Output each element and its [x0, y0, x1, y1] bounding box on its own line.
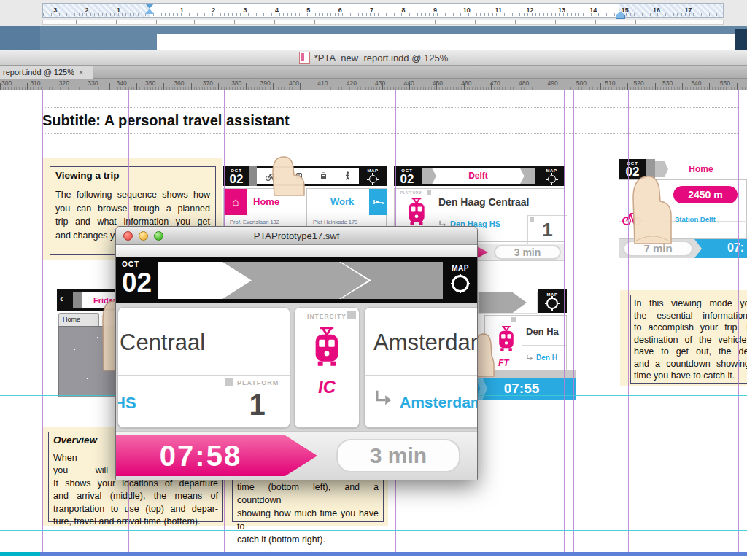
zoom-button[interactable]: [154, 231, 163, 241]
text-line: time you have to catch it.: [634, 370, 747, 382]
map-target-icon: [546, 298, 558, 309]
arrival-card[interactable]: Amsterdam Amsterdam: [364, 307, 477, 428]
ruler-number: 2: [71, 4, 102, 18]
ruler-number: 430: [374, 79, 402, 88]
ruler-number: 5: [293, 4, 324, 18]
text-line: the essential information you: [634, 310, 747, 322]
platform-label: PLATFORM: [237, 379, 279, 386]
screen-e-map-button[interactable]: MAP: [538, 289, 567, 313]
mode-card[interactable]: INTERCITY IC: [294, 307, 360, 428]
ruler-number: 8: [387, 4, 419, 18]
bar-spacer: [249, 166, 257, 186]
tram-icon-pink: [405, 196, 428, 230]
ruler-number: 14: [578, 4, 609, 18]
screen-b-platform-cell: 1: [527, 215, 567, 244]
text-line: time (bottom left), and a countdown: [237, 481, 379, 507]
departure-card[interactable]: Centraal HS PLATFORM 1: [117, 307, 290, 428]
home-icon: ⌂: [224, 189, 247, 215]
screen-b-station: Den Haag Centraal: [438, 196, 529, 208]
ruler-number: 320: [58, 79, 86, 88]
screen-c-station: Station Delft: [675, 215, 716, 223]
tab-stop-strip: [42, 20, 724, 25]
work-icon: [369, 189, 387, 215]
ruler-number: 1: [103, 4, 134, 18]
arrival-next: Amsterdam: [400, 394, 477, 411]
ruler-numbers: 3211234567891011121314151617: [39, 4, 704, 18]
ruler-number: 470: [489, 79, 517, 88]
ruler-number: 360: [172, 79, 201, 88]
departure-code: HS: [117, 394, 136, 413]
countdown-pill[interactable]: 3 min: [336, 439, 460, 472]
tram-icon[interactable]: [320, 172, 327, 181]
page-edge-teal: [0, 552, 40, 556]
ruler-number: 440: [402, 79, 430, 88]
screen-d-home-tab[interactable]: Home: [58, 313, 99, 326]
ruler-number: 310: [28, 79, 57, 88]
ruler-number: 490: [546, 79, 574, 88]
text-line: ture, travel and arrival time (bottem).: [53, 516, 218, 528]
document-tab[interactable]: report.indd @ 125% ×: [0, 66, 93, 79]
screen-a-date: OCT02: [223, 166, 249, 186]
guide-vertical: [564, 90, 565, 552]
screen-e-trip-card[interactable]: FT Den Ha Den H: [484, 315, 567, 376]
ruler-number: 6: [325, 4, 356, 18]
screen-b-date: OCT02: [394, 166, 420, 186]
work-label: Work: [330, 196, 354, 207]
departure-station: Centraal: [120, 330, 205, 356]
page-edge-blue: [40, 552, 747, 556]
swf-player-window[interactable]: PTAPrototype17.swf OCT02 MAP Centraal HS: [115, 226, 478, 480]
indesign-titlebar[interactable]: *PTA_new_report.indd @ 125%: [0, 50, 747, 66]
screen-a-map-button[interactable]: MAP: [359, 166, 387, 186]
text-line: showing how much time you have to: [237, 507, 379, 533]
ruler-number: 480: [517, 79, 546, 88]
tram-icon-pink: [309, 324, 344, 373]
window-controls: [123, 231, 163, 241]
guide-horizontal: [0, 158, 747, 158]
departure-time: 07:58: [116, 435, 285, 476]
ruler-number: 16: [640, 4, 672, 18]
screen-b-countdown-pill[interactable]: 3 min: [494, 245, 561, 260]
mode-box: In this viewing mode you hathe essential…: [630, 295, 747, 384]
ruler-number: 460: [460, 79, 488, 88]
desk-shadow-left: [0, 26, 40, 50]
screen-e-chevron-strip: [478, 292, 538, 314]
guide-vertical: [628, 90, 629, 552]
ruler-number: 1: [166, 4, 198, 18]
ruler-number: 350: [144, 79, 172, 88]
text-line: In this viewing mode you ha: [634, 298, 747, 310]
player-date: OCT02: [122, 261, 152, 296]
back-chevron-icon[interactable]: ‹: [60, 292, 63, 304]
screen-b-title: Delft: [422, 168, 535, 184]
ruler-number: 510: [603, 79, 632, 88]
arrival-station: Amsterdam: [374, 330, 477, 356]
text-line: and arrival (middle), the means of: [53, 490, 218, 502]
swf-window-titlebar[interactable]: PTAPrototype17.swf: [116, 227, 477, 245]
indent-marker[interactable]: [145, 4, 154, 17]
tab-close-icon[interactable]: ×: [79, 68, 83, 77]
ruler-number: 530: [661, 79, 689, 88]
text-line: catch it (bottom right).: [237, 533, 379, 546]
mode-code: IC: [295, 377, 359, 397]
screen-e-next-stop: Den H: [526, 354, 557, 362]
screen-e-station: Den Ha: [526, 326, 559, 337]
guide-vertical: [42, 90, 43, 552]
player-map-button[interactable]: MAP: [444, 257, 477, 303]
branch-arrow-icon: [526, 354, 533, 362]
ruler-number: 450: [431, 79, 460, 88]
pedestrian-icon[interactable]: [345, 171, 350, 181]
indesign-doc-icon: [299, 52, 310, 64]
ruler-number: 540: [689, 79, 718, 88]
screen-b-map-button[interactable]: MAP: [538, 166, 565, 186]
player-bottom-bar: 07:58 3 min: [116, 431, 477, 480]
home-label: Home: [253, 196, 279, 207]
close-button[interactable]: [123, 231, 133, 241]
minimize-button[interactable]: [139, 231, 148, 241]
page-subtitle: Subtitle: A personal travel assistant: [42, 108, 740, 133]
departure-time-banner[interactable]: 07:58: [116, 435, 317, 476]
distance-pill: 2450 m: [673, 186, 738, 203]
player-topbar: OCT02 MAP: [116, 257, 477, 303]
player-main: Centraal HS PLATFORM 1 INTERCITY: [116, 303, 477, 431]
text-line: The following sequence shows how: [55, 188, 210, 202]
guide-horizontal: [0, 96, 747, 96]
ruler-number: 11: [482, 4, 514, 18]
